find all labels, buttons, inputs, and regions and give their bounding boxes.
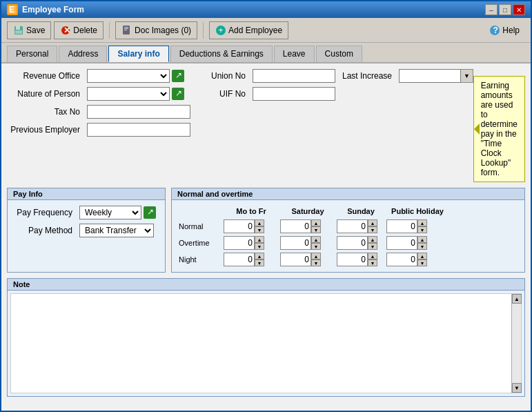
normal-ph-field[interactable] <box>386 219 417 233</box>
tab-salary-info[interactable]: Salary info <box>108 46 168 62</box>
toolbar: Save ✕ Delete Doc Images (0) + Add Emplo… <box>1 18 531 43</box>
night-mo-fr-field[interactable] <box>224 253 255 266</box>
normal-mo-fr-spinner: ▲ ▼ <box>255 219 264 233</box>
normal-mo-fr-field[interactable] <box>224 219 255 233</box>
close-button[interactable]: ✕ <box>513 4 525 15</box>
overtime-sun-field[interactable] <box>337 236 368 250</box>
left-fields: Revenue Office ↗ Nature of Person <box>7 69 200 182</box>
revenue-office-select[interactable] <box>87 69 170 83</box>
previous-employer-row: Previous Employer <box>7 123 200 137</box>
col-saturday: Saturday <box>280 206 335 217</box>
svg-rect-8 <box>124 27 128 28</box>
svg-rect-9 <box>124 28 128 29</box>
revenue-office-row: Revenue Office ↗ <box>7 69 200 83</box>
tab-leave[interactable]: Leave <box>274 46 315 62</box>
save-button[interactable]: Save <box>7 21 51 39</box>
help-icon: ? <box>489 25 500 36</box>
add-employee-button[interactable]: + Add Employee <box>209 21 288 39</box>
tab-personal[interactable]: Personal <box>7 46 57 62</box>
pay-frequency-icon-button[interactable]: ↗ <box>144 206 156 219</box>
last-increase-label: Last Increase <box>339 71 395 81</box>
overtime-sat-field[interactable] <box>280 236 311 250</box>
uif-no-row: UIF No <box>207 87 460 101</box>
spin-down[interactable]: ▼ <box>255 259 264 266</box>
pay-method-label: Pay Method <box>13 226 75 235</box>
col-mo-fr: Mo to Fr <box>224 206 279 217</box>
spin-down[interactable]: ▼ <box>417 243 427 250</box>
revenue-office-icon-button[interactable]: ↗ <box>172 70 184 82</box>
uif-no-input[interactable] <box>253 87 335 101</box>
tab-address[interactable]: Address <box>59 46 107 62</box>
spin-down[interactable]: ▼ <box>417 226 427 233</box>
right-fields: Union No Last Increase ▼ UIF No <box>207 69 460 182</box>
spin-down[interactable]: ▼ <box>368 243 377 250</box>
svg-text:E: E <box>9 5 14 14</box>
nature-of-person-select[interactable] <box>87 87 170 101</box>
toolbar-separator <box>109 22 110 39</box>
overtime-ph-field[interactable] <box>386 236 417 250</box>
spin-up[interactable]: ▲ <box>368 236 377 243</box>
spin-down[interactable]: ▼ <box>255 243 264 250</box>
delete-button[interactable]: ✕ Delete <box>54 21 104 39</box>
night-sun-field[interactable] <box>337 253 368 266</box>
spin-up[interactable]: ▲ <box>255 253 264 259</box>
scroll-down-button[interactable]: ▼ <box>512 383 522 393</box>
minimize-button[interactable]: – <box>485 4 497 15</box>
spin-up[interactable]: ▲ <box>368 219 377 226</box>
normal-ph-input: ▲ ▼ <box>386 219 449 233</box>
spin-up[interactable]: ▲ <box>368 253 377 259</box>
spin-down[interactable]: ▼ <box>417 259 427 266</box>
spin-up[interactable]: ▲ <box>311 236 321 243</box>
spin-up[interactable]: ▲ <box>311 253 321 259</box>
spin-up[interactable]: ▲ <box>255 219 264 226</box>
tab-custom[interactable]: Custom <box>316 46 362 62</box>
uif-no-label: UIF No <box>207 89 248 99</box>
spin-down[interactable]: ▼ <box>368 259 377 266</box>
tax-no-input[interactable] <box>87 105 190 119</box>
night-sat-input: ▲ ▼ <box>280 253 335 266</box>
spin-up[interactable]: ▲ <box>255 236 264 243</box>
normal-mo-fr-input: ▲ ▼ <box>224 219 279 233</box>
night-ph-field[interactable] <box>386 253 417 266</box>
spin-down[interactable]: ▼ <box>311 226 321 233</box>
previous-employer-input[interactable] <box>87 123 190 137</box>
spin-down[interactable]: ▼ <box>311 259 321 266</box>
last-increase-input[interactable] <box>399 69 461 83</box>
maximize-button[interactable]: □ <box>499 4 511 15</box>
night-sat-field[interactable] <box>280 253 311 266</box>
night-sun-spinner: ▲ ▼ <box>368 253 377 266</box>
spin-down[interactable]: ▼ <box>311 243 321 250</box>
toolbar-separator2 <box>203 22 204 39</box>
content-area: Revenue Office ↗ Nature of Person <box>1 63 531 411</box>
tab-deductions-earnings[interactable]: Deductions & Earnings <box>170 46 273 62</box>
spin-up[interactable]: ▲ <box>417 219 427 226</box>
scroll-up-button[interactable]: ▲ <box>512 294 522 304</box>
col-empty <box>177 206 222 217</box>
spin-up[interactable]: ▲ <box>417 236 427 243</box>
overtime-mo-fr-input: ▲ ▼ <box>224 236 279 250</box>
spin-up[interactable]: ▲ <box>417 253 427 259</box>
add-icon: + <box>215 25 226 36</box>
doc-icon <box>121 25 132 36</box>
col-sunday: Sunday <box>337 206 385 217</box>
union-no-input[interactable] <box>253 69 335 83</box>
normal-sat-field[interactable] <box>280 219 311 233</box>
previous-employer-label: Previous Employer <box>7 125 83 135</box>
overtime-mo-fr-field[interactable] <box>224 236 255 250</box>
svg-text:✕: ✕ <box>63 26 70 35</box>
doc-images-button[interactable]: Doc Images (0) <box>115 21 197 39</box>
overtime-sat-input: ▲ ▼ <box>280 236 335 250</box>
svg-rect-3 <box>16 26 20 30</box>
pay-method-select[interactable]: Bank Transfer Cash Cheque <box>79 224 154 237</box>
pay-frequency-select[interactable]: Weekly Monthly Bi-Weekly Fortnightly <box>79 206 141 219</box>
note-textarea[interactable] <box>11 294 511 393</box>
spin-up[interactable]: ▲ <box>311 219 321 226</box>
help-button[interactable]: ? Help <box>484 23 525 37</box>
scroll-track <box>512 304 521 383</box>
overtime-section: Normal and overtime Mo to Fr Saturday Su… <box>171 188 525 273</box>
spin-down[interactable]: ▼ <box>255 226 264 233</box>
normal-sun-field[interactable] <box>337 219 368 233</box>
note-title: Note <box>8 279 524 291</box>
nature-of-person-icon-button[interactable]: ↗ <box>172 88 184 100</box>
spin-down[interactable]: ▼ <box>368 226 377 233</box>
